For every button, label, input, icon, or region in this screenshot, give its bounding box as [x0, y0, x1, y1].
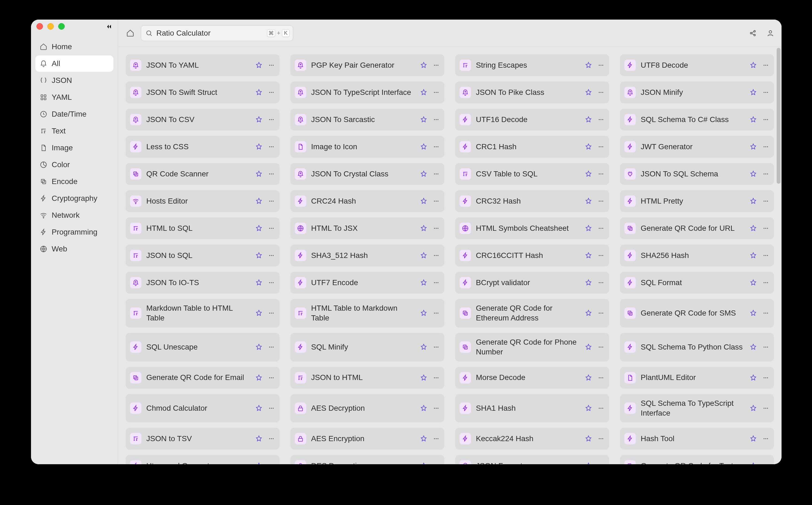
more-button[interactable]: [268, 224, 275, 232]
more-button[interactable]: [432, 435, 440, 443]
favorite-button[interactable]: [585, 61, 592, 69]
minimize-window-button[interactable]: [47, 23, 54, 30]
favorite-button[interactable]: [255, 462, 263, 464]
more-button[interactable]: [762, 143, 770, 151]
favorite-button[interactable]: [750, 462, 757, 464]
more-button[interactable]: [762, 61, 770, 69]
more-button[interactable]: [597, 343, 605, 351]
more-button[interactable]: [268, 435, 275, 443]
favorite-button[interactable]: [255, 435, 263, 443]
sidebar-item-network[interactable]: Network: [35, 207, 113, 223]
favorite-button[interactable]: [585, 224, 592, 232]
favorite-button[interactable]: [420, 89, 427, 96]
sidebar-item-cryptography[interactable]: Cryptography: [35, 190, 113, 206]
tool-card[interactable]: JSON To Swift Struct: [126, 81, 280, 103]
more-button[interactable]: [432, 309, 440, 317]
more-button[interactable]: [762, 343, 770, 351]
sidebar-item-color[interactable]: Color: [35, 157, 113, 173]
more-button[interactable]: [597, 61, 605, 69]
more-button[interactable]: [432, 61, 440, 69]
tool-card[interactable]: Htpasswd Generator: [126, 455, 280, 464]
more-button[interactable]: [432, 462, 440, 464]
more-button[interactable]: [762, 279, 770, 287]
share-button[interactable]: [749, 29, 757, 37]
tool-card[interactable]: JSON To Sarcastic: [290, 109, 444, 131]
favorite-button[interactable]: [420, 462, 427, 464]
sidebar-item-image[interactable]: Image: [35, 140, 113, 156]
tool-card[interactable]: JWT Generator: [620, 136, 774, 158]
tool-card[interactable]: UTF7 Encode: [290, 272, 444, 294]
more-button[interactable]: [432, 374, 440, 382]
sidebar-item-web[interactable]: Web: [35, 241, 113, 257]
tool-card[interactable]: QR Code Scanner: [126, 163, 280, 185]
tool-card[interactable]: SHA1 Hash: [455, 394, 609, 423]
favorite-button[interactable]: [255, 143, 263, 151]
tool-card[interactable]: CRC24 Hash: [290, 190, 444, 212]
sidebar-item-date-time[interactable]: Date/Time: [35, 106, 113, 122]
favorite-button[interactable]: [585, 343, 592, 351]
more-button[interactable]: [268, 89, 275, 96]
favorite-button[interactable]: [585, 170, 592, 178]
more-button[interactable]: [268, 143, 275, 151]
favorite-button[interactable]: [585, 252, 592, 259]
more-button[interactable]: [597, 462, 605, 464]
tool-card[interactable]: DES Decryption: [290, 455, 444, 464]
tool-card[interactable]: SHA256 Hash: [620, 244, 774, 267]
more-button[interactable]: [762, 252, 770, 259]
more-button[interactable]: [762, 197, 770, 205]
tool-card[interactable]: Generate QR Code for Ethereum Address: [455, 299, 609, 328]
more-button[interactable]: [268, 252, 275, 259]
tool-card[interactable]: CRC16CCITT Hash: [455, 244, 609, 267]
tool-card[interactable]: JSON To TypeScript Interface: [290, 81, 444, 103]
more-button[interactable]: [762, 374, 770, 382]
favorite-button[interactable]: [750, 309, 757, 317]
tool-card[interactable]: PlantUML Editor: [620, 367, 774, 389]
sidebar-item-encode[interactable]: Encode: [35, 173, 113, 190]
more-button[interactable]: [268, 279, 275, 287]
more-button[interactable]: [432, 116, 440, 123]
tool-card[interactable]: JSON Format: [455, 455, 609, 464]
tool-card[interactable]: BCrypt validator: [455, 272, 609, 294]
more-button[interactable]: [432, 143, 440, 151]
favorite-button[interactable]: [585, 116, 592, 123]
tool-card[interactable]: HTML to SQL: [126, 217, 280, 239]
favorite-button[interactable]: [585, 197, 592, 205]
favorite-button[interactable]: [255, 252, 263, 259]
more-button[interactable]: [597, 435, 605, 443]
sidebar-collapse-button[interactable]: [105, 23, 113, 30]
tool-card[interactable]: AES Decryption: [290, 394, 444, 423]
tool-card[interactable]: SHA3_512 Hash: [290, 244, 444, 267]
favorite-button[interactable]: [420, 143, 427, 151]
more-button[interactable]: [597, 89, 605, 96]
more-button[interactable]: [268, 404, 275, 412]
favorite-button[interactable]: [750, 89, 757, 96]
tool-card[interactable]: JSON To YAML: [126, 54, 280, 76]
sidebar-item-json[interactable]: JSON: [35, 72, 113, 89]
tool-card[interactable]: HTML Pretty: [620, 190, 774, 212]
close-window-button[interactable]: [36, 23, 43, 30]
tool-card[interactable]: JSON To Pike Class: [455, 81, 609, 103]
more-button[interactable]: [762, 116, 770, 123]
more-button[interactable]: [762, 224, 770, 232]
tool-card[interactable]: Generate QR Code for URL: [620, 217, 774, 239]
favorite-button[interactable]: [750, 170, 757, 178]
tool-card[interactable]: SQL Unescape: [126, 333, 280, 361]
more-button[interactable]: [597, 252, 605, 259]
more-button[interactable]: [762, 89, 770, 96]
favorite-button[interactable]: [420, 116, 427, 123]
more-button[interactable]: [762, 462, 770, 464]
favorite-button[interactable]: [750, 116, 757, 123]
more-button[interactable]: [432, 279, 440, 287]
more-button[interactable]: [432, 224, 440, 232]
favorite-button[interactable]: [420, 252, 427, 259]
tool-card[interactable]: CSV Table to SQL: [455, 163, 609, 185]
tool-card[interactable]: JSON to TSV: [126, 428, 280, 450]
home-button[interactable]: [125, 28, 135, 38]
more-button[interactable]: [268, 309, 275, 317]
favorite-button[interactable]: [420, 343, 427, 351]
tool-card[interactable]: JSON To SQL Schema: [620, 163, 774, 185]
tool-card[interactable]: Generate QR Code for SMS: [620, 299, 774, 328]
favorite-button[interactable]: [585, 279, 592, 287]
more-button[interactable]: [432, 197, 440, 205]
more-button[interactable]: [597, 170, 605, 178]
